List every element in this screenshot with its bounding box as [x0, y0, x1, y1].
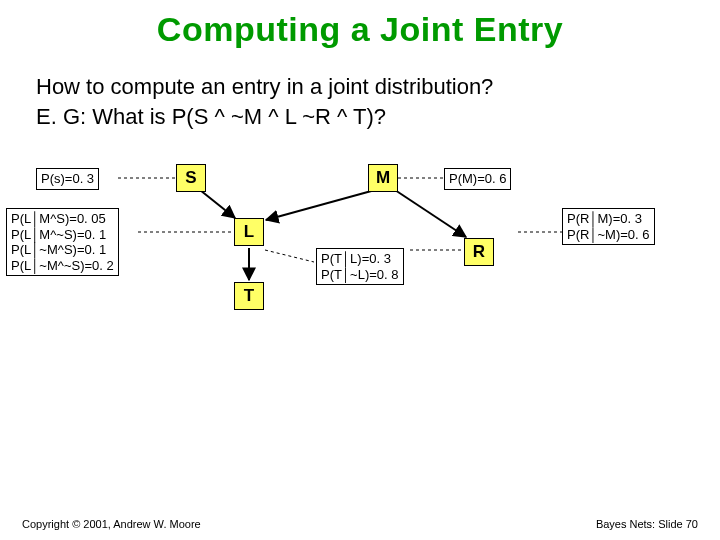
node-l: L — [234, 218, 264, 246]
cpt-s: P(s)=0. 3 — [36, 168, 99, 190]
question-line-1: How to compute an entry in a joint distr… — [36, 72, 493, 102]
node-t: T — [234, 282, 264, 310]
svg-line-6 — [200, 190, 235, 218]
cpt-t: P(T│L)=0. 3 P(T│~L)=0. 8 — [316, 248, 404, 285]
cpt-l: P(L│M^S)=0. 05 P(L│M^~S)=0. 1 P(L│~M^S)=… — [6, 208, 119, 276]
node-m: M — [368, 164, 398, 192]
cpt-l-row-4: P(L│~M^~S)=0. 2 — [11, 258, 114, 274]
cpt-m: P(M)=0. 6 — [444, 168, 511, 190]
footer-copyright: Copyright © 2001, Andrew W. Moore — [22, 518, 201, 530]
svg-line-3 — [265, 250, 314, 262]
cpt-t-row-2: P(T│~L)=0. 8 — [321, 267, 399, 283]
body-text-block: How to compute an entry in a joint distr… — [36, 72, 493, 131]
cpt-l-row-3: P(L│~M^S)=0. 1 — [11, 242, 114, 258]
slide-title: Computing a Joint Entry — [0, 10, 720, 49]
footer-slide-number: Bayes Nets: Slide 70 — [596, 518, 698, 530]
cpt-r-row-1: P(R│M)=0. 3 — [567, 211, 650, 227]
question-line-2: E. G: What is P(S ^ ~M ^ L ~R ^ T)? — [36, 102, 493, 132]
cpt-t-row-1: P(T│L)=0. 3 — [321, 251, 399, 267]
svg-line-8 — [395, 190, 466, 237]
node-r: R — [464, 238, 494, 266]
cpt-r: P(R│M)=0. 3 P(R│~M)=0. 6 — [562, 208, 655, 245]
cpt-l-row-2: P(L│M^~S)=0. 1 — [11, 227, 114, 243]
node-s: S — [176, 164, 206, 192]
svg-line-7 — [266, 190, 375, 220]
cpt-r-row-2: P(R│~M)=0. 6 — [567, 227, 650, 243]
cpt-l-row-1: P(L│M^S)=0. 05 — [11, 211, 114, 227]
